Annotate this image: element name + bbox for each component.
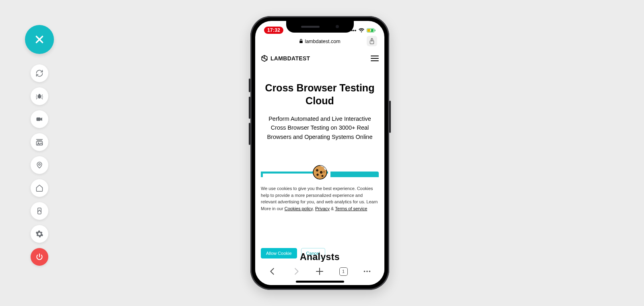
svg-point-21 (323, 172, 324, 173)
phone-switch (249, 79, 250, 92)
device-icon (35, 207, 43, 215)
cookie-banner: We use cookies to give you the best expe… (261, 185, 379, 212)
device-button[interactable] (31, 202, 48, 220)
svg-rect-3 (37, 118, 41, 121)
brand-name: LAMBDATEST (270, 55, 310, 62)
wifi-icon (359, 28, 364, 33)
front-camera (336, 25, 339, 28)
power-icon (35, 253, 43, 261)
location-button[interactable] (31, 156, 48, 174)
svg-rect-11 (375, 29, 376, 31)
privacy-link[interactable]: Privacy (315, 206, 330, 211)
svg-point-24 (363, 271, 365, 272)
lambdatest-logo-icon (261, 55, 268, 62)
bug-button[interactable] (31, 87, 48, 105)
settings-button[interactable] (31, 225, 48, 243)
ellipsis-icon (363, 267, 372, 276)
tabs-button[interactable]: 1 (336, 265, 350, 278)
phone-frame: 17:32 ●●●● lambdatest.com (250, 16, 389, 290)
gear-icon (35, 230, 43, 238)
phone-side-button (389, 101, 391, 133)
cookies-policy-link[interactable]: Cookies policy (285, 206, 313, 211)
svg-point-26 (369, 271, 370, 272)
session-tool-strip (25, 25, 54, 266)
location-icon (35, 161, 43, 169)
share-icon (369, 38, 375, 44)
svg-point-2 (38, 95, 41, 99)
chevron-right-icon (292, 267, 301, 276)
site-header: LAMBDATEST (255, 52, 384, 64)
speaker-grille (301, 26, 320, 28)
hamburger-icon (371, 56, 379, 56)
hamburger-button[interactable] (371, 56, 379, 61)
refresh-button[interactable] (31, 64, 48, 82)
web-page: LAMBDATEST Cross Browser Testing Cloud P… (255, 52, 384, 262)
home-indicator (296, 281, 344, 283)
home-button[interactable] (31, 179, 48, 197)
phone-volume-down (249, 123, 250, 145)
browser-bottom-bar: 1 (255, 262, 384, 285)
forward-button (289, 265, 303, 278)
lock-icon (299, 39, 303, 45)
svg-point-17 (316, 170, 318, 172)
brand-logo[interactable]: LAMBDATEST (261, 55, 310, 62)
svg-rect-14 (300, 41, 303, 43)
bug-icon (35, 92, 43, 100)
svg-point-18 (320, 171, 322, 173)
hero-subtitle: Perform Automated and Live Interactive C… (264, 114, 376, 141)
back-button[interactable] (266, 265, 279, 278)
hero-title: Cross Browser Testing Cloud (264, 81, 376, 107)
below-fold-text: Analysts (255, 252, 384, 262)
browser-url-bar[interactable]: lambdatest.com (255, 37, 384, 46)
refresh-icon (35, 69, 43, 77)
chevron-left-icon (268, 267, 277, 276)
svg-point-25 (366, 271, 368, 272)
share-button[interactable] (367, 36, 377, 46)
phone-screen: 17:32 ●●●● lambdatest.com (255, 21, 384, 285)
phone-notch (286, 21, 354, 33)
url-host: lambdatest.com (305, 39, 340, 44)
plus-icon (315, 267, 324, 276)
power-button[interactable] (31, 248, 48, 266)
svg-point-19 (316, 174, 318, 176)
terms-link[interactable]: Terms of service (335, 206, 367, 211)
new-tab-button[interactable] (313, 265, 326, 278)
hero: Cross Browser Testing Cloud Perform Auto… (255, 64, 384, 141)
record-button[interactable] (31, 110, 48, 128)
more-button[interactable] (360, 265, 374, 278)
home-icon (35, 184, 43, 192)
phone-volume-up (249, 97, 250, 119)
screenshot-icon (35, 138, 43, 146)
tabs-count: 1 (339, 267, 348, 276)
screenshot-button[interactable] (31, 133, 48, 151)
svg-point-20 (322, 175, 323, 177)
battery-icon (367, 28, 376, 33)
close-button[interactable] (25, 25, 54, 54)
video-icon (35, 115, 43, 123)
status-time: 17:32 (264, 27, 283, 34)
svg-point-8 (39, 163, 40, 165)
cookie-icon (312, 164, 328, 180)
x-icon (34, 34, 45, 45)
